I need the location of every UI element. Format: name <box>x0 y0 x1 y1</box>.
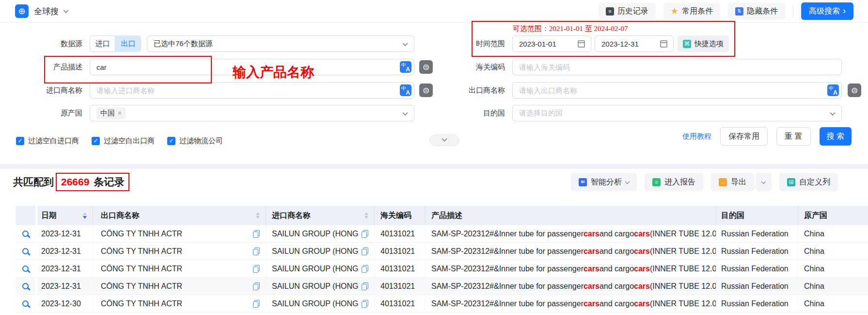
star-icon: ★ <box>671 6 679 17</box>
custom-columns-button[interactable]: ⊞ 自定义列 <box>779 173 838 191</box>
copy-icon[interactable] <box>253 265 260 273</box>
copy-icon[interactable] <box>253 230 260 238</box>
save-conditions-button[interactable]: 保存常用 <box>720 127 768 146</box>
copy-icon[interactable] <box>253 248 260 255</box>
hs-code-field <box>512 59 842 75</box>
export-button[interactable]: → 导出 <box>711 173 754 191</box>
destination-label: 目的国 <box>433 105 505 121</box>
table-row: 2023-12-31 CÔNG TY TNHH ACTR SAILUN GROU… <box>16 260 868 278</box>
start-date-value: 2023-01-01 <box>519 40 556 48</box>
column-header-exporter[interactable]: 出口商名称 <box>93 206 266 225</box>
results-actions: BI 智能分析 ≡ 进入报告 → 导出 ⊞ 自定义列 <box>571 173 838 191</box>
checkbox-checked-icon: ✓ <box>92 137 100 145</box>
copy-icon[interactable] <box>253 282 260 290</box>
calendar-icon <box>578 40 585 48</box>
table-row: 2023-12-30 CÔNG TY TNHH ACTR SAILUN GROU… <box>16 295 868 313</box>
remove-tag-icon[interactable]: × <box>118 109 122 117</box>
origin-country-label: 原产国 <box>0 105 82 121</box>
translate-icon[interactable]: 中A <box>400 84 411 96</box>
row-importer-exporter: 进口商名称 中A ⊜ 出口商名称 中A ⊜ <box>0 82 868 99</box>
translate-icon[interactable]: 中A <box>827 84 839 96</box>
row-hs-code: 40131021 <box>375 243 426 260</box>
advanced-search-button[interactable]: 高级搜索 › <box>801 2 853 20</box>
search-button[interactable]: 搜 索 <box>820 127 852 146</box>
sort-icons <box>364 212 368 219</box>
smart-analysis-button[interactable]: BI 智能分析 <box>571 173 637 191</box>
importer-input[interactable] <box>90 82 414 99</box>
quick-options-label: 快捷选项 <box>694 39 724 49</box>
row-datasource-time: 数据源 进口 出口 已选中76个数据源 时间范围 2023-01-01 2023… <box>0 35 868 52</box>
datasource-select[interactable]: 已选中76个数据源 <box>147 35 414 52</box>
exporter-field: 中A <box>512 82 842 99</box>
collapse-form-button[interactable] <box>429 134 459 146</box>
record-count: 26669 <box>61 176 89 188</box>
row-importer: SAILUN GROUP (HONGKO <box>272 265 359 273</box>
product-desc-input[interactable] <box>90 59 414 75</box>
sort-icons <box>83 212 87 219</box>
enter-report-label: 进入报告 <box>664 177 695 187</box>
row-date: 2023-12-31 <box>37 278 93 295</box>
section-gap <box>0 164 868 169</box>
quick-options-button[interactable]: ⌘ 快捷选项 <box>678 35 729 52</box>
hide-conditions-button[interactable]: ⇅ 隐藏条件 <box>728 2 785 20</box>
column-header-actions <box>16 206 37 225</box>
row-product-desc: SAM-SP-202312#&Inner tube for passenger … <box>426 225 716 243</box>
hs-code-input[interactable] <box>512 59 842 75</box>
copy-icon[interactable] <box>362 230 368 238</box>
origin-country-select[interactable]: 中国 × <box>90 105 414 121</box>
view-detail-icon[interactable] <box>22 248 29 254</box>
view-detail-icon[interactable] <box>22 231 29 237</box>
copy-icon[interactable] <box>253 300 260 308</box>
view-detail-icon[interactable] <box>22 300 29 307</box>
enter-report-button[interactable]: ≡ 进入报告 <box>645 173 703 191</box>
checkbox-checked-icon: ✓ <box>16 137 24 145</box>
import-tab[interactable]: 进口 <box>90 35 115 52</box>
results-summary: 共匹配到 26669 条记录 <box>13 173 129 191</box>
copy-icon[interactable] <box>362 282 368 290</box>
view-detail-icon[interactable] <box>22 265 29 272</box>
time-range-label: 时间范围 <box>433 35 505 52</box>
filter-blank-exporter[interactable]: ✓ 过滤空白出口商 <box>92 136 155 146</box>
favorite-conditions-button[interactable]: ★ 常用条件 <box>663 2 720 20</box>
filter-blank-importer[interactable]: ✓ 过滤空白进口商 <box>16 136 79 146</box>
command-icon: ⌘ <box>683 40 691 48</box>
copy-icon[interactable] <box>362 265 368 273</box>
tutorial-link[interactable]: 使用教程 <box>682 132 711 141</box>
favorite-conditions-label: 常用条件 <box>682 6 713 17</box>
copy-icon[interactable] <box>362 300 368 308</box>
synonym-search-icon[interactable]: ⊜ <box>419 83 433 97</box>
row-origin: China <box>798 243 868 260</box>
topbar-actions: ≡ 历史记录 ★ 常用条件 ⇅ 隐藏条件 高级搜索 › <box>599 2 853 20</box>
synonym-search-icon[interactable]: ⊜ <box>848 83 861 97</box>
column-header-label: 目的国 <box>721 211 744 221</box>
column-header-importer[interactable]: 进口商名称 <box>266 206 375 225</box>
exporter-input[interactable] <box>512 82 842 99</box>
export-tab[interactable]: 出口 <box>115 35 141 52</box>
row-importer: SAILUN GROUP (HONGKO <box>272 247 359 256</box>
history-icon: ≡ <box>606 7 614 16</box>
history-button[interactable]: ≡ 历史记录 <box>599 2 656 20</box>
row-date: 2023-12-31 <box>37 260 93 278</box>
synonym-search-icon[interactable]: ⊜ <box>419 60 433 74</box>
summary-prefix: 共匹配到 <box>13 175 54 189</box>
column-header-label: 海关编码 <box>380 211 411 221</box>
row-date: 2023-12-31 <box>37 243 93 260</box>
end-date-input[interactable]: 2023-12-31 <box>595 35 674 52</box>
row-importer: SAILUN GROUP (HONGKO <box>272 299 359 308</box>
destination-select[interactable]: 请选择目的国 <box>512 105 842 121</box>
app-switcher[interactable]: ⊕ 全球搜 <box>15 4 68 18</box>
results-table: 日期 出口商名称 进口商名称 海关编码 产品描述 目的 <box>16 206 868 315</box>
start-date-input[interactable]: 2023-01-01 <box>512 35 591 52</box>
row-product-desc: SAM-SP-202312#&Inner tube for passenger … <box>426 295 716 313</box>
column-header-date[interactable]: 日期 <box>37 206 93 225</box>
table-row: 2023-12-31 CÔNG TY TNHH ACTR SAILUN GROU… <box>16 225 868 243</box>
view-detail-icon[interactable] <box>22 283 29 289</box>
column-header-label: 日期 <box>41 211 57 221</box>
chevron-down-icon <box>830 110 835 116</box>
chevron-down-icon <box>761 179 766 184</box>
translate-icon[interactable]: 中A <box>400 61 411 73</box>
filter-logistics[interactable]: ✓ 过滤物流公司 <box>167 136 223 146</box>
export-dropdown-button[interactable] <box>756 173 772 191</box>
reset-button[interactable]: 重 置 <box>776 127 810 146</box>
copy-icon[interactable] <box>362 248 368 255</box>
